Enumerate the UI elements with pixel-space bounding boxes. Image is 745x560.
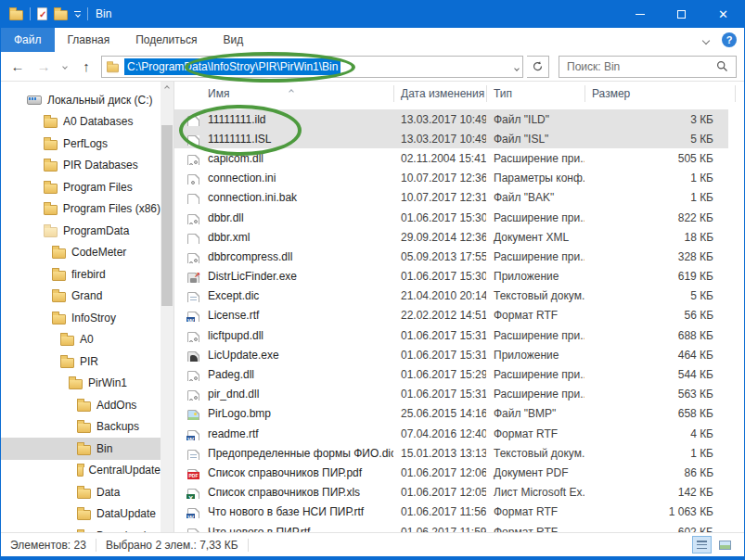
file-date: 25.06.2015 14:16 xyxy=(393,407,486,420)
column-header-date[interactable]: Дата изменения xyxy=(393,82,486,106)
sidebar-item-infostroy[interactable]: InfoStroy xyxy=(1,307,161,329)
table-row-pirlogo-bmp[interactable]: PirLogo.bmp25.06.2015 14:16Файл "BMP"658… xyxy=(174,404,728,424)
customize-toolbar-dropdown-icon[interactable] xyxy=(74,11,81,17)
file-list: ИмяДата измененияТипРазмер 11111111.ild1… xyxy=(173,82,744,532)
properties-icon[interactable] xyxy=(37,7,47,20)
table-row-11111111-ild[interactable]: 11111111.ild13.03.2017 10:49Файл "ILD"3 … xyxy=(174,109,728,129)
scroll-up-icon[interactable] xyxy=(161,82,173,95)
file-name: connection.ini.bak xyxy=(174,191,393,204)
forward-button[interactable]: → xyxy=(32,56,55,78)
file-name: Padeg.dll xyxy=(174,368,393,381)
help-icon[interactable]: ? xyxy=(722,32,737,47)
close-button[interactable]: ✕ xyxy=(702,0,744,28)
table-row-licupdate-exe[interactable]: LicUpdate.exe01.06.2017 15:31Приложение4… xyxy=(174,345,728,364)
file-size: 56 КБ xyxy=(584,309,728,322)
table-row-licftpupd-dll[interactable]: licftpupd.dll01.06.2017 15:31Расширение … xyxy=(174,325,728,345)
recent-locations-icon[interactable] xyxy=(58,56,71,78)
table-row-список-справочников-пир-pdf[interactable]: PDFСписок справочников ПИР.pdf01.06.2017… xyxy=(174,463,728,482)
scrollbar-thumb[interactable] xyxy=(161,125,173,306)
file-type: Текстовый докум... xyxy=(486,289,584,302)
sidebar-item-program-files[interactable]: Program Files xyxy=(1,176,161,198)
tab-file[interactable]: Файл xyxy=(1,28,55,52)
sidebar-item-perflogs[interactable]: PerfLogs xyxy=(1,133,161,155)
sidebar-item-programdata[interactable]: ProgramData xyxy=(1,220,161,242)
table-row-dbbr-xml[interactable]: dbbr.xml29.09.2014 12:36Документ XML18 К… xyxy=(174,227,728,247)
expand-ribbon-icon[interactable] xyxy=(703,33,709,46)
table-row-license-rtf[interactable]: WLicense.rtf22.02.2012 14:51Формат RTF56… xyxy=(174,306,728,325)
column-header-size[interactable]: Размер xyxy=(584,82,744,106)
address-dropdown-icon[interactable] xyxy=(515,60,519,73)
table-row-dbbrcompress-dll[interactable]: dbbrcompress.dll05.09.2013 17:55Расширен… xyxy=(174,247,728,266)
sidebar-scrollbar[interactable] xyxy=(161,82,173,532)
sidebar-item-pir-databases[interactable]: PIR Databases xyxy=(1,155,161,177)
sidebar-item-a0[interactable]: A0 xyxy=(1,329,161,351)
table-row-connection-ini[interactable]: connection.ini10.07.2017 12:36Параметры … xyxy=(174,169,728,188)
search-icon[interactable] xyxy=(716,60,728,72)
table-row-distrlicfinder-exe[interactable]: ↗DistrLicFinder.exe01.06.2017 15:30Прило… xyxy=(174,267,728,286)
sidebar-item-локальный-диск-c[interactable]: Локальный диск (C:) xyxy=(1,89,161,111)
sidebar-item-download[interactable]: Download xyxy=(1,525,161,532)
sidebar-item-label: firebird xyxy=(71,268,106,281)
file-size: 602 КБ xyxy=(584,526,728,532)
sidebar-item-a0-databases[interactable]: A0 Databases xyxy=(1,111,161,134)
sidebar-item-addons[interactable]: AddOns xyxy=(1,394,161,416)
window-controls: ✕ xyxy=(619,0,744,28)
table-row-dbbr-dll[interactable]: dbbr.dll01.06.2017 15:30Расширение при..… xyxy=(174,208,728,227)
details-view-button[interactable] xyxy=(692,536,712,554)
sidebar-item-data[interactable]: Data xyxy=(1,481,161,503)
table-row-11111111-isl[interactable]: 11111111.ISL13.03.2017 10:49Файл "ISL"5 … xyxy=(174,129,728,148)
folder-icon xyxy=(44,227,58,237)
table-row-padeg-dll[interactable]: Padeg.dll01.06.2017 15:29Расширение при.… xyxy=(174,364,728,384)
sidebar-item-dataupdate[interactable]: DataUpdate xyxy=(1,503,161,526)
folder-icon xyxy=(44,140,58,150)
tab-home[interactable]: Главная xyxy=(55,28,123,52)
back-button[interactable]: ← xyxy=(6,56,29,78)
pdf-icon: PDF xyxy=(187,469,199,479)
table-row-список-справочников-пир-xls[interactable]: XСписок справочников ПИР.xls01.06.2017 1… xyxy=(174,483,728,503)
table-row-connection-ini-bak[interactable]: connection.ini.bak10.07.2017 12:31Файл "… xyxy=(174,188,728,208)
file-date: 01.06.2017 15:31 xyxy=(393,349,486,362)
sidebar-item-firebird[interactable]: firebird xyxy=(1,263,161,286)
tab-share[interactable]: Поделиться xyxy=(122,28,210,52)
sidebar-item-pir[interactable]: PIR xyxy=(1,350,161,373)
address-bar[interactable]: C:\ProgramData\InfoStroy\PIR\PirWin1\Bin xyxy=(101,56,523,78)
file-name: 11111111.ISL xyxy=(174,133,393,146)
address-path[interactable]: C:\ProgramData\InfoStroy\PIR\PirWin1\Bin xyxy=(124,58,340,75)
table-row-что-нового-в-базе-нси-пир-rtf[interactable]: WЧто нового в базе НСИ ПИР.rtf01.06.2017… xyxy=(174,503,728,522)
sidebar-item-pirwin1[interactable]: PirWin1 xyxy=(1,373,161,395)
table-row-readme-rtf[interactable]: Wreadme.rtf07.04.2016 12:40Формат RTF4 К… xyxy=(174,424,728,443)
thumbnails-view-button[interactable] xyxy=(715,536,735,554)
sidebar-item-label: A0 xyxy=(80,333,94,346)
file-type: Расширение при... xyxy=(486,250,584,263)
up-button[interactable]: ↑ xyxy=(75,56,97,78)
file-name: Wreadme.rtf xyxy=(174,427,393,440)
table-row-что-нового-в-пир-rtf[interactable]: WЧто нового в ПИР.rtf01.06.2017 11:59Фор… xyxy=(174,522,728,532)
maximize-icon xyxy=(677,10,686,19)
file-date: 21.04.2010 20:14 xyxy=(393,289,486,302)
folder-icon xyxy=(52,248,66,259)
sidebar-item-centralupdate[interactable]: CentralUpdate xyxy=(1,460,161,482)
file-date: 10.07.2017 12:36 xyxy=(393,172,486,185)
column-header-name[interactable]: Имя xyxy=(174,82,393,106)
sidebar-item-program-files-x86[interactable]: Program Files (x86) xyxy=(1,198,161,221)
file-name-label: Except.dic xyxy=(208,289,259,302)
search-box[interactable]: Поиск: Bin xyxy=(559,56,737,78)
file-icon xyxy=(187,135,199,146)
column-header-type[interactable]: Тип xyxy=(486,82,584,106)
sidebar-item-codemeter[interactable]: CodeMeter xyxy=(1,242,161,264)
sidebar-item-backups[interactable]: Backups xyxy=(1,416,161,439)
folder-icon xyxy=(77,466,83,477)
table-row-except-dic[interactable]: Except.dic21.04.2010 20:14Текстовый доку… xyxy=(174,286,728,306)
table-row-предопределенные-формы-фио-dic[interactable]: Предопределенные формы ФИО.dic15.01.2013… xyxy=(174,443,728,463)
sidebar-item-grand[interactable]: Grand xyxy=(1,286,161,308)
file-type: Приложение xyxy=(486,349,584,362)
minimize-button[interactable] xyxy=(619,0,661,28)
sidebar-item-bin[interactable]: Bin xyxy=(1,438,161,460)
new-folder-icon[interactable] xyxy=(54,10,68,20)
refresh-button[interactable] xyxy=(527,56,549,78)
maximize-button[interactable] xyxy=(661,0,702,28)
tab-view[interactable]: Вид xyxy=(210,28,256,52)
table-row-pir-dnd-dll[interactable]: pir_dnd.dll01.06.2017 15:31Расширение пр… xyxy=(174,385,728,404)
table-row-capicom-dll[interactable]: capicom.dll02.11.2004 15:41Расширение пр… xyxy=(174,148,728,168)
file-name: Предопределенные формы ФИО.dic xyxy=(174,447,393,460)
